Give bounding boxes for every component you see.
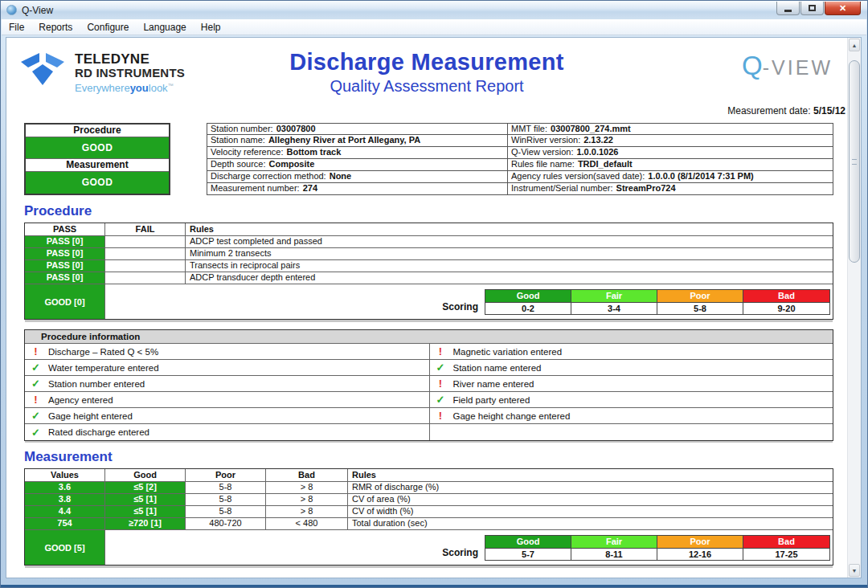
info-label: Discharge correction method: [211,171,326,181]
status-summary-table: ProcedureGOODMeasurementGOOD [24,123,170,195]
meas-poor-cell: 5-8 [186,482,266,494]
check-icon: ✓ [31,410,41,422]
proc-rule-cell: Transects in reciprocal pairs [186,260,833,272]
summary-section: ProcedureGOODMeasurementGOOD Station num… [24,123,833,195]
info-value: 2.13.22 [583,135,613,145]
checklist-item: !Magnetic variation entered [430,344,833,360]
proc-pass-cell: PASS [0] [25,236,105,248]
info-row: Station number:03007800 [207,123,508,135]
meas-rule-cell: RMR of discharge (%) [348,482,833,494]
checklist-item: ✓Rated discharge entered [25,424,429,440]
proc-fail-cell [105,260,186,272]
meas-bad-cell: > 8 [266,482,348,494]
meas-value-cell: 754 [25,518,105,530]
logo-line1: TELEDYNE [75,52,185,67]
scoring-label: Scoring [442,301,478,312]
meas-poor-cell: 5-8 [186,494,266,506]
checklist-text: Rated discharge entered [48,427,149,437]
report-title: Discharge Measurement [170,49,684,76]
checklist-item: ✓Field party entered [430,392,833,408]
status-section-label: Procedure [26,125,169,137]
warning-icon: ! [436,345,446,357]
window-title: Q-View [22,5,53,16]
scoring-range: 12-16 [657,548,743,560]
info-label: Q-View version: [511,147,573,157]
info-value: 274 [303,183,317,193]
menu-item-configure[interactable]: Configure [80,20,136,35]
logo-tagline: Everywhereyoulook™ [75,80,185,95]
menu-item-language[interactable]: Language [136,20,193,35]
scoring-band-bad: Bad [743,536,829,548]
info-value: 03007800_274.mmt [551,124,631,133]
meas-value-cell: 3.6 [25,482,105,494]
checklist-item: ✓Water temperature entered [25,360,429,376]
measurement-table: ValuesGoodPoorBadRules3.6≤5 [2]5-8> 8RMR… [24,468,833,566]
info-value: 03007800 [276,124,316,133]
proc-rule-cell: Minimum 2 transects [186,248,833,260]
checklist-item [430,424,833,440]
proc-pass-cell: PASS [0] [25,248,105,260]
info-row: Instrument/Serial number:StreamPro724 [508,183,833,195]
proc-fail-cell [105,272,186,284]
info-label: Station name: [211,135,265,145]
scroll-up-button[interactable]: ▲ [849,39,860,51]
meas-good-cell: ≤5 [1] [105,494,186,506]
procedure-overall-band: GOOD [0] Scoring GoodFairPoorBad0-23-45-… [25,284,833,319]
info-label: Depth source: [211,159,265,169]
menu-item-help[interactable]: Help [194,20,228,35]
checklist-text: Station number entered [48,379,145,389]
proc-rule-cell: ADCP transducer depth entered [186,272,833,284]
logo-text: TELEDYNE RD INSTRUMENTS Everywhereyouloo… [75,52,185,95]
close-button[interactable]: ✕ [825,2,861,15]
warning-icon: ! [436,378,446,390]
menu-item-reports[interactable]: Reports [31,20,80,35]
meas-column-header: Values [25,469,105,482]
proc-pass-cell: PASS [0] [25,260,105,272]
info-row: Velocity reference:Bottom track [207,147,508,159]
scoring-range: 9-20 [743,302,829,314]
report-subtitle: Quality Assessment Report [170,77,684,96]
info-label: Station number: [211,124,273,133]
check-icon: ✓ [31,427,41,439]
info-row: Depth source:Composite [207,159,508,171]
scrollbar-thumb[interactable] [849,60,860,263]
info-row: Agency rules version(saved date):1.0.0.0… [508,171,833,183]
checklist-item: !Discharge – Rated Q < 5% [25,344,429,360]
checklist-text: Discharge – Rated Q < 5% [48,347,158,357]
checklist-item: !River name entered [430,376,833,392]
vertical-scrollbar[interactable]: ▲ ▼ [847,38,861,578]
info-value: Allegheny River at Port Allegany, PA [268,135,420,145]
menu-item-file[interactable]: File [2,20,31,35]
titlebar[interactable]: Q-View ✕ [1,1,867,19]
scroll-down-button[interactable]: ▼ [849,564,860,577]
logo-line2: RD INSTRUMENTS [75,67,185,80]
maximize-button[interactable] [800,2,824,15]
info-label: Instrument/Serial number: [511,183,613,193]
minimize-button[interactable] [776,2,800,15]
info-row: Q-View version:1.0.0.1026 [508,147,833,159]
scoring-range: 8-11 [571,548,657,560]
meas-good-cell: ≥720 [1] [105,518,186,530]
report-header: TELEDYNE RD INSTRUMENTS Everywhereyouloo… [6,38,847,121]
procedure-information-table: Procedure information !Discharge – Rated… [24,329,833,441]
checklist-text: Station name entered [453,363,542,373]
procedure-scoring-table: GoodFairPoorBad0-23-45-89-20 [485,289,830,315]
warning-icon: ! [31,394,41,406]
check-icon: ✓ [436,361,446,374]
meas-bad-cell: < 480 [266,518,348,530]
status-section-value: GOOD [26,172,169,194]
proc-pass-cell: PASS [0] [25,272,105,284]
maximize-icon [809,5,816,11]
measurement-rules-grid: ValuesGoodPoorBadRules3.6≤5 [2]5-8> 8RMR… [25,469,833,530]
scoring-band-fair: Fair [571,536,657,548]
scoring-range: 5-7 [485,548,571,560]
checklist-text: River name entered [453,379,534,389]
checklist-item: !Agency entered [25,392,429,408]
checklist-item: ✓Gage height entered [25,408,429,424]
scoring-band-good: Good [485,536,571,548]
meas-column-header: Poor [186,469,266,482]
info-column-right: MMT file:03007800_274.mmtWinRiver versio… [508,123,833,195]
info-value: 1.0.0.0 (8/1/2014 7:31 PM) [648,171,753,181]
close-icon: ✕ [839,3,846,14]
scoring-band-bad: Bad [743,290,829,302]
